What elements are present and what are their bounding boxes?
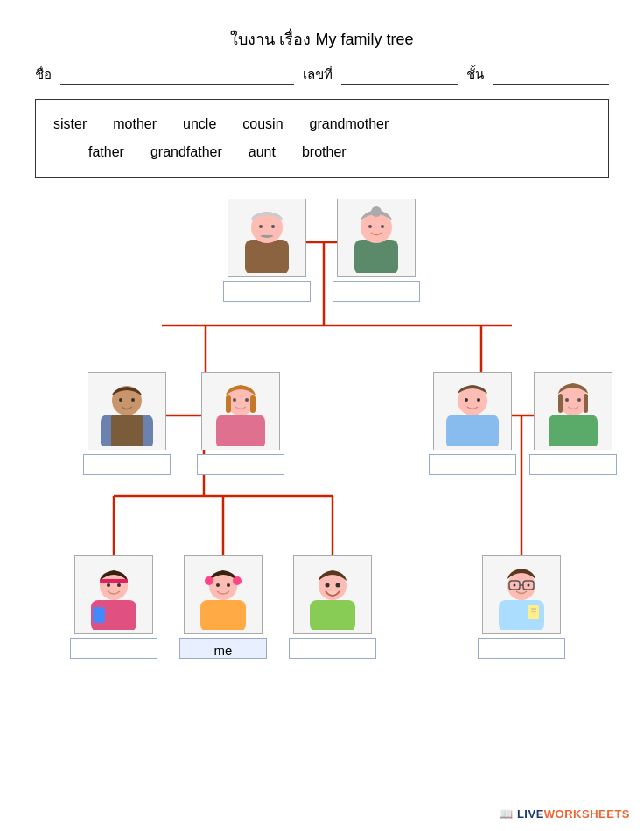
word-cousin: cousin [242,110,283,138]
watermark-live: 📖 LIVE [499,807,544,821]
svg-rect-28 [216,415,265,446]
uncle-input[interactable] [429,454,516,475]
svg-point-27 [131,398,135,402]
grandma-image [337,199,416,277]
mother-input[interactable] [197,454,284,475]
person-father [83,372,171,475]
person-grandma [332,199,420,302]
word-uncle: uncle [183,110,216,138]
word-mother: mother [113,110,157,138]
word-sister: sister [53,110,87,138]
family-tree: me [35,199,609,688]
cousin-image [482,555,561,634]
person-me-boy [289,555,376,659]
page: ใบงาน เรื่อง My family tree ชื่อ เลขที่ … [0,0,644,831]
person-aunt [529,372,617,475]
class-label: ชั้น [466,64,484,85]
svg-point-53 [233,576,242,585]
svg-rect-24 [111,415,143,446]
mother-image [201,372,280,450]
svg-point-32 [233,398,236,402]
svg-rect-14 [245,240,289,273]
grandpa-image [228,199,306,277]
father-input[interactable] [83,454,171,475]
svg-point-55 [227,583,230,587]
aunt-image [534,372,612,450]
person-sister [70,555,158,659]
svg-point-59 [336,583,340,588]
svg-point-65 [514,584,516,587]
svg-point-33 [245,398,248,402]
svg-rect-67 [528,605,539,619]
page-title: ใบงาน เรื่อง My family tree [35,26,609,52]
svg-rect-41 [584,394,588,413]
person-cousin [478,555,565,659]
word-bank: sister mother uncle cousin grandmother f… [35,99,609,178]
word-grandfather: grandfather [150,138,222,166]
form-row: ชื่อ เลขที่ ชั้น [35,64,609,85]
grandma-input[interactable] [332,281,420,302]
svg-point-58 [326,583,330,588]
person-uncle [429,372,516,475]
word-aunt: aunt [248,138,276,166]
svg-point-54 [216,583,220,587]
word-father: father [88,138,124,166]
person-grandpa [223,199,311,302]
svg-rect-50 [200,600,246,630]
me-girl-image [184,555,262,634]
svg-point-49 [117,583,121,587]
cousin-input[interactable] [478,638,565,659]
svg-point-52 [205,576,214,585]
svg-point-43 [578,398,581,402]
word-brother: brother [302,138,346,166]
uncle-image [433,372,512,450]
svg-rect-31 [250,395,256,413]
svg-rect-46 [100,579,128,583]
svg-rect-34 [446,415,499,446]
grandpa-input[interactable] [223,281,311,302]
watermark: 📖 LIVEWORKSHEETS [499,807,630,821]
sister-input[interactable] [70,638,158,659]
word-bank-row1: sister mother uncle cousin grandmother [53,110,591,138]
sister-image [74,555,153,634]
svg-rect-56 [310,600,355,630]
person-mother [197,372,284,475]
class-line [493,69,609,85]
watermark-ws: WORKSHEETS [544,807,630,821]
svg-rect-40 [558,394,563,413]
me-boy-input[interactable] [289,638,376,659]
me-label-container: me [179,643,267,658]
svg-point-20 [371,206,382,217]
svg-point-21 [368,225,372,228]
svg-point-16 [259,225,262,228]
svg-point-26 [119,398,122,402]
svg-rect-47 [93,607,105,623]
svg-rect-18 [354,240,398,273]
name-label: ชื่อ [35,64,52,85]
svg-point-66 [528,584,530,587]
word-grandmother: grandmother [310,110,389,138]
svg-point-61 [508,572,536,600]
me-label: me [214,643,233,658]
me-boy-image [293,555,372,634]
id-line [341,69,458,85]
svg-rect-30 [226,395,231,413]
svg-rect-38 [549,415,598,446]
svg-point-48 [107,583,110,587]
svg-point-36 [465,398,468,402]
id-label: เลขที่ [303,64,332,85]
word-bank-row2: father grandfather aunt brother [53,138,591,166]
father-image [88,372,166,450]
aunt-input[interactable] [529,454,617,475]
name-line [60,69,294,85]
svg-point-37 [477,398,480,402]
svg-point-17 [271,225,275,228]
svg-point-22 [381,225,384,228]
svg-point-42 [565,398,569,402]
